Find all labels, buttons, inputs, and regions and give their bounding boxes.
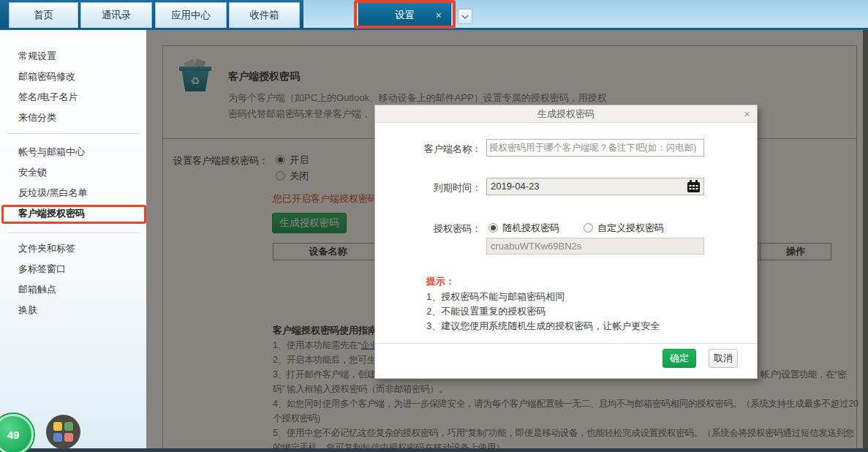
tab-app-center[interactable]: 应用中心 xyxy=(155,2,227,28)
settings-sidebar: 常规设置 邮箱密码修改 签名/电子名片 来信分类 帐号与邮箱中心 安全锁 反垃圾… xyxy=(0,30,146,452)
tips-title: 提示： xyxy=(426,275,455,288)
radio-custom-control[interactable] xyxy=(584,223,593,233)
dialog-close-icon[interactable]: × xyxy=(744,105,750,123)
client-name-input[interactable] xyxy=(486,139,704,157)
app-window: 首页 通讯录 应用中心 收件箱 设置 × 常规设置 邮箱密码修改 签名/电子名片… xyxy=(0,0,868,452)
sidebar-item-signature-card[interactable]: 签名/电子名片 xyxy=(0,87,146,108)
auth-password-label: 授权密码： xyxy=(375,222,481,236)
sidebar-item-general-settings[interactable]: 常规设置 xyxy=(0,46,146,67)
confirm-button[interactable]: 确定 xyxy=(663,349,696,368)
sidebar-divider xyxy=(7,233,139,233)
tip-line-3: 3、建议您使用系统随机生成的授权密码，让帐户更安全 xyxy=(426,320,660,333)
dialog-title: 生成授权密码 xyxy=(375,105,757,123)
tab-close-icon[interactable]: × xyxy=(436,3,442,29)
calendar-icon[interactable] xyxy=(687,180,701,198)
radio-random-password[interactable]: 随机授权密码 xyxy=(488,222,559,235)
generated-password-field: cruabuWTKw69BN2s xyxy=(486,238,704,255)
tab-contacts[interactable]: 通讯录 xyxy=(80,2,152,28)
tab-dropdown-button[interactable] xyxy=(458,9,472,24)
client-name-label: 客户端名称： xyxy=(375,143,481,156)
expire-date-value: 2019-04-23 xyxy=(491,181,540,192)
chevron-down-icon xyxy=(461,15,469,19)
sidebar-item-antispam-lists[interactable]: 反垃圾/黑白名单 xyxy=(0,183,146,203)
sidebar-item-folders-labels[interactable]: 文件夹和标签 xyxy=(0,238,146,259)
right-edge-strip xyxy=(863,30,868,448)
tab-settings[interactable]: 设置 × xyxy=(358,2,451,28)
sidebar-item-security-lock[interactable]: 安全锁 xyxy=(0,162,146,183)
tab-inbox[interactable]: 收件箱 xyxy=(229,2,300,28)
sidebar-item-client-auth-password[interactable]: 客户端授权密码 xyxy=(0,203,146,224)
sidebar-item-mail-touchpoint[interactable]: 邮箱触点 xyxy=(0,279,146,300)
bottom-edge-strip xyxy=(0,448,868,452)
expire-date-field[interactable]: 2019-04-23 xyxy=(486,178,704,195)
tab-settings-label: 设置 xyxy=(395,10,415,20)
dialog-footer-divider xyxy=(375,343,757,344)
cancel-button[interactable]: 取消 xyxy=(709,349,738,368)
tab-home[interactable]: 首页 xyxy=(9,2,78,28)
app-grid-icon xyxy=(53,422,73,442)
unread-count: 49 xyxy=(7,429,20,441)
sidebar-item-password-change[interactable]: 邮箱密码修改 xyxy=(0,67,146,87)
sidebar-item-account-center[interactable]: 帐号与邮箱中心 xyxy=(0,142,146,162)
radio-random-control[interactable] xyxy=(488,223,498,233)
app-grid-widget[interactable] xyxy=(46,415,80,449)
sidebar-divider xyxy=(7,133,139,134)
radio-custom-password[interactable]: 自定义授权密码 xyxy=(584,222,664,235)
top-tab-bar: 首页 通讯录 应用中心 收件箱 设置 × xyxy=(0,0,868,30)
tip-line-1: 1、授权密码不能与邮箱密码相同 xyxy=(426,290,565,304)
sidebar-item-skin[interactable]: 换肤 xyxy=(0,300,146,320)
sidebar-item-multi-tab[interactable]: 多标签窗口 xyxy=(0,259,146,279)
expire-date-label: 到期时间： xyxy=(375,181,481,195)
sidebar-item-mail-classification[interactable]: 来信分类 xyxy=(0,108,146,128)
generate-password-dialog: 生成授权密码 × 客户端名称： 到期时间： 2019-04-23 授权密码： 随… xyxy=(374,105,758,379)
tip-line-2: 2、不能设置重复的授权密码 xyxy=(426,305,546,318)
